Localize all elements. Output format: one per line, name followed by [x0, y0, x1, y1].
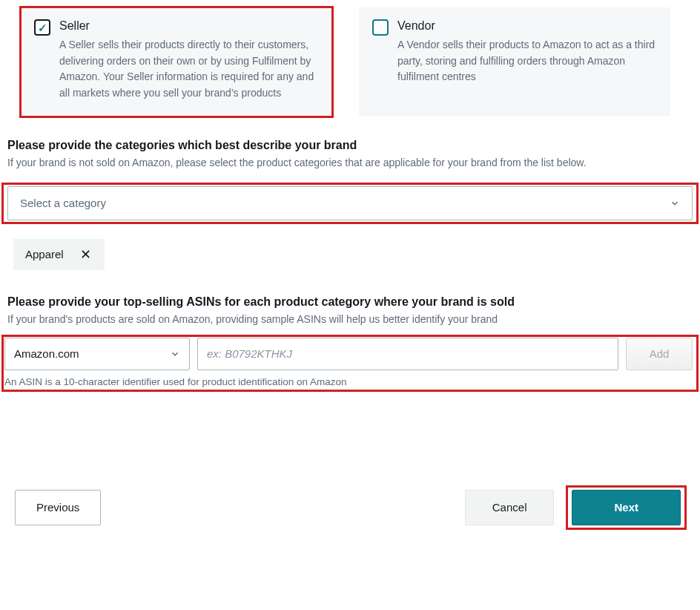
asin-input-highlight: Amazon.com Add An ASIN is a 10-character…: [3, 336, 697, 390]
categories-section: Please provide the categories which best…: [0, 139, 700, 295]
next-button-highlight: Next: [567, 487, 685, 528]
vendor-title: Vendor: [397, 19, 657, 33]
asin-section: Please provide your top-selling ASINs fo…: [0, 295, 700, 390]
seller-title: Seller: [59, 19, 319, 33]
seller-desc: A Seller sells their products directly t…: [59, 37, 319, 102]
category-chip-label: Apparel: [25, 248, 64, 260]
categories-heading: Please provide the categories which best…: [7, 139, 693, 152]
add-button[interactable]: Add: [626, 338, 693, 370]
asin-input[interactable]: [197, 338, 618, 370]
vendor-checkbox[interactable]: [372, 19, 389, 36]
category-select-placeholder: Select a category: [20, 197, 106, 209]
close-icon[interactable]: ✕: [80, 248, 91, 261]
cancel-button[interactable]: Cancel: [465, 490, 555, 525]
asin-heading: Please provide your top-selling ASINs fo…: [7, 295, 693, 309]
category-chip: Apparel ✕: [13, 239, 105, 270]
asin-sub: If your brand's products are sold on Ama…: [7, 312, 693, 327]
selected-category-chips: Apparel ✕: [7, 236, 693, 295]
footer-buttons: Previous Cancel Next: [0, 390, 700, 528]
vendor-desc: A Vendor sells their products to Amazon …: [397, 37, 657, 85]
next-button[interactable]: Next: [572, 490, 681, 525]
marketplace-select[interactable]: Amazon.com: [4, 338, 190, 370]
marketplace-selected: Amazon.com: [14, 347, 79, 360]
account-type-cards: Seller A Seller sells their products dir…: [0, 7, 700, 139]
vendor-card[interactable]: Vendor A Vendor sells their products to …: [359, 7, 670, 117]
category-select-highlight: Select a category: [3, 184, 697, 223]
categories-sub: If your brand is not sold on Amazon, ple…: [7, 155, 693, 171]
seller-card[interactable]: Seller A Seller sells their products dir…: [21, 7, 332, 117]
previous-button[interactable]: Previous: [15, 490, 101, 525]
category-select[interactable]: Select a category: [7, 186, 693, 220]
seller-checkbox[interactable]: [34, 19, 50, 36]
chevron-down-icon: [170, 349, 180, 359]
chevron-down-icon: [670, 198, 680, 209]
asin-note: An ASIN is a 10-character identifier use…: [4, 376, 693, 387]
